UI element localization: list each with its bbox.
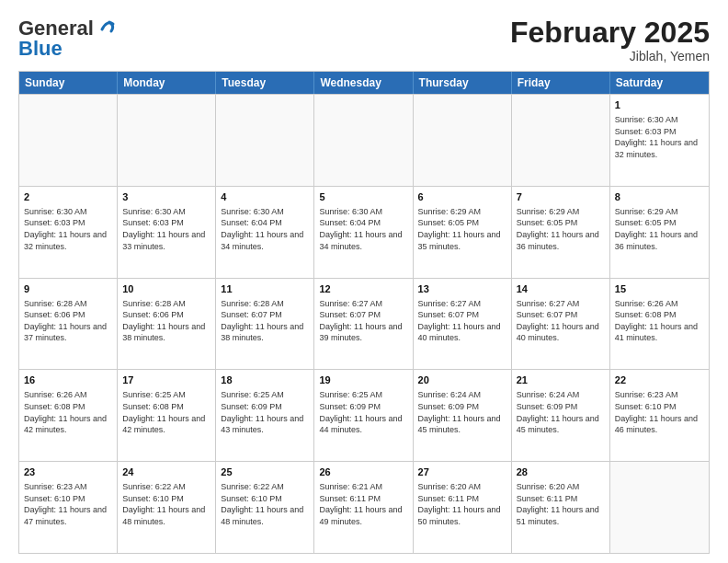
header-sunday: Sunday [19, 72, 118, 94]
day-info: Sunrise: 6:27 AM Sunset: 6:07 PM Dayligh… [517, 298, 605, 344]
cell-w3-d2: 18Sunrise: 6:25 AM Sunset: 6:09 PM Dayli… [216, 370, 314, 461]
header-thursday: Thursday [414, 72, 512, 94]
cell-w1-d3: 5Sunrise: 6:30 AM Sunset: 6:04 PM Daylig… [314, 187, 413, 278]
day-info: Sunrise: 6:29 AM Sunset: 6:05 PM Dayligh… [418, 206, 506, 252]
title-block: February 2025 Jiblah, Yemen [510, 17, 710, 63]
cell-w1-d0: 2Sunrise: 6:30 AM Sunset: 6:03 PM Daylig… [19, 187, 118, 278]
cell-w0-d1 [118, 95, 216, 186]
cell-w2-d0: 9Sunrise: 6:28 AM Sunset: 6:06 PM Daylig… [19, 279, 118, 370]
cell-w0-d4 [414, 95, 512, 186]
day-number: 6 [418, 190, 506, 204]
day-number: 17 [122, 373, 210, 387]
cell-w2-d4: 13Sunrise: 6:27 AM Sunset: 6:07 PM Dayli… [414, 279, 512, 370]
day-info: Sunrise: 6:25 AM Sunset: 6:09 PM Dayligh… [221, 389, 309, 435]
week-row-0: 1Sunrise: 6:30 AM Sunset: 6:03 PM Daylig… [19, 94, 709, 186]
day-info: Sunrise: 6:30 AM Sunset: 6:03 PM Dayligh… [615, 114, 704, 160]
day-info: Sunrise: 6:26 AM Sunset: 6:08 PM Dayligh… [615, 298, 704, 344]
cell-w3-d3: 19Sunrise: 6:25 AM Sunset: 6:09 PM Dayli… [314, 370, 413, 461]
day-number: 21 [517, 373, 605, 387]
header: General Blue February 2025 Jiblah, Yemen [18, 17, 710, 63]
cell-w4-d4: 27Sunrise: 6:20 AM Sunset: 6:11 PM Dayli… [414, 462, 512, 553]
day-info: Sunrise: 6:21 AM Sunset: 6:11 PM Dayligh… [319, 481, 407, 527]
cell-w0-d5 [512, 95, 610, 186]
cell-w1-d2: 4Sunrise: 6:30 AM Sunset: 6:04 PM Daylig… [216, 187, 314, 278]
cell-w4-d0: 23Sunrise: 6:23 AM Sunset: 6:10 PM Dayli… [19, 462, 118, 553]
day-info: Sunrise: 6:29 AM Sunset: 6:05 PM Dayligh… [615, 206, 704, 252]
header-friday: Friday [512, 72, 610, 94]
week-row-1: 2Sunrise: 6:30 AM Sunset: 6:03 PM Daylig… [19, 186, 709, 278]
day-info: Sunrise: 6:29 AM Sunset: 6:05 PM Dayligh… [517, 206, 605, 252]
day-number: 24 [122, 465, 210, 479]
cell-w1-d5: 7Sunrise: 6:29 AM Sunset: 6:05 PM Daylig… [512, 187, 610, 278]
cell-w0-d6: 1Sunrise: 6:30 AM Sunset: 6:03 PM Daylig… [610, 95, 709, 186]
day-number: 9 [24, 282, 112, 296]
page: General Blue February 2025 Jiblah, Yemen… [0, 0, 728, 563]
day-info: Sunrise: 6:20 AM Sunset: 6:11 PM Dayligh… [418, 481, 506, 527]
cell-w3-d6: 22Sunrise: 6:23 AM Sunset: 6:10 PM Dayli… [610, 370, 709, 461]
cell-w4-d6 [610, 462, 709, 553]
day-number: 15 [615, 282, 704, 296]
day-number: 5 [319, 190, 407, 204]
day-number: 13 [418, 282, 506, 296]
day-info: Sunrise: 6:30 AM Sunset: 6:04 PM Dayligh… [319, 206, 407, 252]
cell-w4-d5: 28Sunrise: 6:20 AM Sunset: 6:11 PM Dayli… [512, 462, 610, 553]
cell-w1-d1: 3Sunrise: 6:30 AM Sunset: 6:03 PM Daylig… [118, 187, 216, 278]
month-title: February 2025 [510, 17, 710, 49]
day-info: Sunrise: 6:27 AM Sunset: 6:07 PM Dayligh… [418, 298, 506, 344]
header-tuesday: Tuesday [216, 72, 314, 94]
logo: General Blue [18, 17, 117, 61]
cell-w2-d6: 15Sunrise: 6:26 AM Sunset: 6:08 PM Dayli… [610, 279, 709, 370]
cell-w0-d3 [314, 95, 413, 186]
day-info: Sunrise: 6:22 AM Sunset: 6:10 PM Dayligh… [122, 481, 210, 527]
day-number: 16 [24, 373, 112, 387]
cell-w3-d1: 17Sunrise: 6:25 AM Sunset: 6:08 PM Dayli… [118, 370, 216, 461]
cell-w3-d5: 21Sunrise: 6:24 AM Sunset: 6:09 PM Dayli… [512, 370, 610, 461]
cell-w3-d0: 16Sunrise: 6:26 AM Sunset: 6:08 PM Dayli… [19, 370, 118, 461]
day-number: 8 [615, 190, 704, 204]
calendar-body: 1Sunrise: 6:30 AM Sunset: 6:03 PM Daylig… [19, 94, 709, 553]
cell-w2-d5: 14Sunrise: 6:27 AM Sunset: 6:07 PM Dayli… [512, 279, 610, 370]
day-number: 27 [418, 465, 506, 479]
day-number: 23 [24, 465, 112, 479]
day-number: 14 [517, 282, 605, 296]
header-saturday: Saturday [610, 72, 709, 94]
day-number: 25 [221, 465, 309, 479]
day-info: Sunrise: 6:25 AM Sunset: 6:09 PM Dayligh… [319, 389, 407, 435]
day-number: 28 [517, 465, 605, 479]
day-number: 11 [221, 282, 309, 296]
day-info: Sunrise: 6:28 AM Sunset: 6:07 PM Dayligh… [221, 298, 309, 344]
header-wednesday: Wednesday [314, 72, 413, 94]
day-info: Sunrise: 6:30 AM Sunset: 6:04 PM Dayligh… [221, 206, 309, 252]
day-number: 20 [418, 373, 506, 387]
day-info: Sunrise: 6:23 AM Sunset: 6:10 PM Dayligh… [24, 481, 112, 527]
header-monday: Monday [118, 72, 216, 94]
day-info: Sunrise: 6:28 AM Sunset: 6:06 PM Dayligh… [122, 298, 210, 344]
day-info: Sunrise: 6:20 AM Sunset: 6:11 PM Dayligh… [517, 481, 605, 527]
cell-w4-d1: 24Sunrise: 6:22 AM Sunset: 6:10 PM Dayli… [118, 462, 216, 553]
cell-w1-d6: 8Sunrise: 6:29 AM Sunset: 6:05 PM Daylig… [610, 187, 709, 278]
day-info: Sunrise: 6:28 AM Sunset: 6:06 PM Dayligh… [24, 298, 112, 344]
day-number: 4 [221, 190, 309, 204]
day-number: 19 [319, 373, 407, 387]
day-number: 22 [615, 373, 704, 387]
day-info: Sunrise: 6:27 AM Sunset: 6:07 PM Dayligh… [319, 298, 407, 344]
cell-w2-d3: 12Sunrise: 6:27 AM Sunset: 6:07 PM Dayli… [314, 279, 413, 370]
day-info: Sunrise: 6:30 AM Sunset: 6:03 PM Dayligh… [24, 206, 112, 252]
week-row-2: 9Sunrise: 6:28 AM Sunset: 6:06 PM Daylig… [19, 278, 709, 370]
cell-w0-d2 [216, 95, 314, 186]
cell-w2-d1: 10Sunrise: 6:28 AM Sunset: 6:06 PM Dayli… [118, 279, 216, 370]
day-info: Sunrise: 6:22 AM Sunset: 6:10 PM Dayligh… [221, 481, 309, 527]
week-row-3: 16Sunrise: 6:26 AM Sunset: 6:08 PM Dayli… [19, 369, 709, 461]
cell-w1-d4: 6Sunrise: 6:29 AM Sunset: 6:05 PM Daylig… [414, 187, 512, 278]
cell-w4-d2: 25Sunrise: 6:22 AM Sunset: 6:10 PM Dayli… [216, 462, 314, 553]
day-number: 18 [221, 373, 309, 387]
logo-icon [97, 17, 117, 37]
cell-w4-d3: 26Sunrise: 6:21 AM Sunset: 6:11 PM Dayli… [314, 462, 413, 553]
day-info: Sunrise: 6:25 AM Sunset: 6:08 PM Dayligh… [122, 389, 210, 435]
cell-w0-d0 [19, 95, 118, 186]
day-number: 26 [319, 465, 407, 479]
day-number: 10 [122, 282, 210, 296]
cell-w3-d4: 20Sunrise: 6:24 AM Sunset: 6:09 PM Dayli… [414, 370, 512, 461]
day-info: Sunrise: 6:24 AM Sunset: 6:09 PM Dayligh… [418, 389, 506, 435]
day-info: Sunrise: 6:26 AM Sunset: 6:08 PM Dayligh… [24, 389, 112, 435]
